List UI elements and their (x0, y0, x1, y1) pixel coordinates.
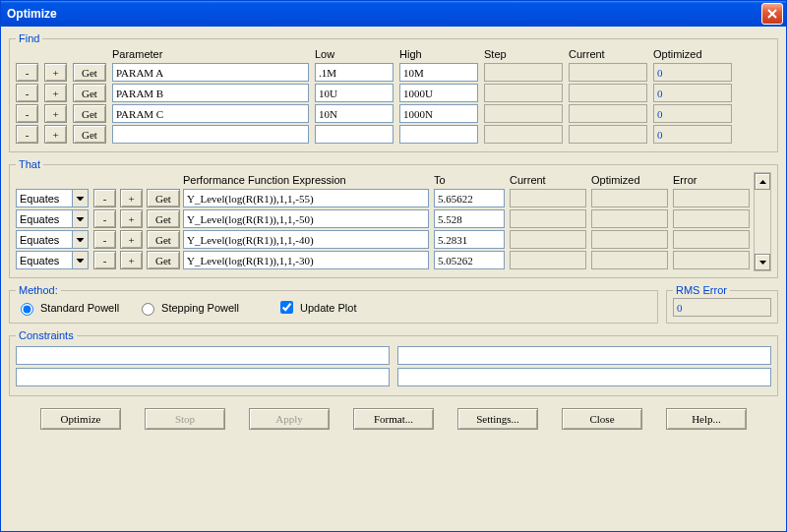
high-field[interactable] (399, 63, 478, 82)
to-field[interactable] (434, 189, 505, 207)
perf-expr-field[interactable] (183, 251, 429, 269)
param-field[interactable] (112, 63, 309, 82)
method-group: Method: Standard Powell Stepping Powell … (9, 284, 658, 324)
get-button[interactable]: Get (73, 84, 106, 102)
that-row: Equates-+Get (16, 189, 750, 207)
high-field[interactable] (399, 104, 478, 123)
chevron-down-icon[interactable] (72, 190, 88, 207)
high-field[interactable] (399, 84, 478, 102)
update-plot-checkbox[interactable]: Update Plot (276, 298, 356, 317)
update-plot-input[interactable] (280, 301, 293, 314)
add-button[interactable]: + (44, 63, 67, 82)
constraint-2b[interactable] (397, 368, 771, 386)
error-field (673, 251, 750, 269)
constraint-1a[interactable] (16, 346, 390, 365)
high-field[interactable] (399, 125, 478, 144)
standard-powell-input[interactable] (21, 303, 33, 316)
find-group: Find Parameter Low High Step Current Opt… (9, 32, 778, 152)
scroll-down-icon[interactable] (755, 254, 770, 270)
titlebar[interactable]: Optimize (1, 1, 786, 27)
col-low: Low (315, 48, 394, 60)
equates-combo[interactable]: Equates (16, 230, 89, 249)
param-field[interactable] (112, 104, 309, 123)
add-button[interactable]: + (120, 230, 143, 249)
stepping-powell-input[interactable] (142, 303, 154, 316)
chevron-down-icon[interactable] (72, 231, 88, 248)
remove-button[interactable]: - (93, 209, 116, 228)
get-button[interactable]: Get (73, 63, 106, 82)
add-button[interactable]: + (44, 125, 67, 144)
error-field (673, 209, 750, 228)
optimize-button[interactable]: Optimize (40, 408, 121, 430)
stop-button[interactable]: Stop (145, 408, 225, 430)
get-button[interactable]: Get (147, 230, 180, 249)
low-field[interactable] (315, 104, 394, 123)
remove-button[interactable]: - (16, 125, 38, 144)
get-button[interactable]: Get (147, 189, 180, 207)
svg-marker-3 (77, 217, 84, 221)
that-legend: That (16, 158, 43, 170)
get-button[interactable]: Get (73, 125, 106, 144)
that-row: Equates-+Get (16, 251, 750, 269)
help-button[interactable]: Help... (666, 408, 747, 430)
step-field (484, 84, 563, 102)
constraints-group: Constraints (9, 329, 778, 396)
that-scrollbar[interactable] (754, 172, 771, 271)
optimized-field (591, 230, 668, 249)
add-button[interactable]: + (120, 251, 143, 269)
optimized-field (591, 209, 668, 228)
perf-expr-field[interactable] (183, 230, 429, 249)
to-field[interactable] (434, 251, 505, 269)
svg-marker-5 (77, 259, 84, 263)
format-button[interactable]: Format... (353, 408, 434, 430)
add-button[interactable]: + (44, 104, 67, 123)
remove-button[interactable]: - (93, 251, 116, 269)
to-field[interactable] (434, 209, 505, 228)
chevron-down-icon[interactable] (72, 252, 88, 268)
step-field (484, 63, 563, 82)
low-field[interactable] (315, 84, 394, 102)
get-button[interactable]: Get (147, 209, 180, 228)
close-button[interactable]: Close (562, 408, 642, 430)
find-header-row: Parameter Low High Step Current Optimize… (16, 48, 771, 60)
col-current: Current (510, 174, 586, 186)
remove-button[interactable]: - (93, 230, 116, 249)
equates-combo[interactable]: Equates (16, 251, 89, 269)
current-field (569, 63, 647, 82)
error-field (673, 189, 750, 207)
standard-powell-radio[interactable]: Standard Powell (16, 300, 119, 316)
add-button[interactable]: + (44, 84, 67, 102)
current-field (510, 209, 586, 228)
get-button[interactable]: Get (147, 251, 180, 269)
equates-combo[interactable]: Equates (16, 209, 89, 228)
to-field[interactable] (434, 230, 505, 249)
stepping-powell-radio[interactable]: Stepping Powell (137, 300, 239, 316)
constraint-2a[interactable] (16, 368, 390, 386)
settings-button[interactable]: Settings... (457, 408, 538, 430)
chevron-down-icon[interactable] (72, 210, 88, 227)
perf-expr-field[interactable] (183, 209, 429, 228)
param-field[interactable] (112, 84, 309, 102)
apply-button[interactable]: Apply (249, 408, 330, 430)
param-field[interactable] (112, 125, 309, 144)
current-field (569, 84, 647, 102)
optimized-field (653, 125, 732, 144)
close-icon[interactable] (761, 3, 783, 25)
remove-button[interactable]: - (93, 189, 116, 207)
add-button[interactable]: + (120, 209, 143, 228)
scroll-up-icon[interactable] (755, 173, 770, 190)
optimized-field (591, 189, 668, 207)
remove-button[interactable]: - (16, 63, 38, 82)
remove-button[interactable]: - (16, 104, 38, 123)
get-button[interactable]: Get (73, 104, 106, 123)
that-group: That Performance Function Expression To … (9, 158, 778, 278)
low-field[interactable] (315, 125, 394, 144)
equates-combo[interactable]: Equates (16, 189, 89, 207)
col-perf-expr: Performance Function Expression (183, 174, 429, 186)
remove-button[interactable]: - (16, 84, 38, 102)
low-field[interactable] (315, 63, 394, 82)
constraint-1b[interactable] (397, 346, 771, 365)
perf-expr-field[interactable] (183, 189, 429, 207)
col-optimized: Optimized (653, 48, 732, 60)
add-button[interactable]: + (120, 189, 143, 207)
